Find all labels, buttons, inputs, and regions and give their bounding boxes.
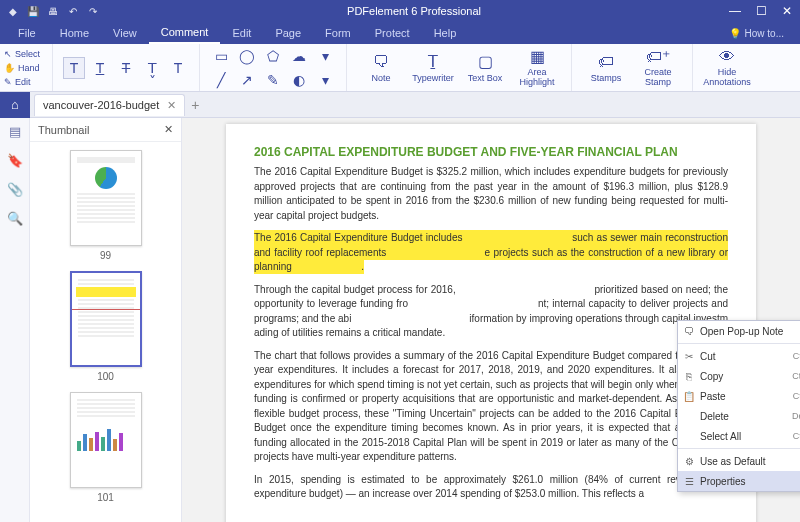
cut-icon: ✂ [682,351,696,362]
close-button[interactable]: ✕ [774,0,800,22]
paragraph: The chart that follows provides a summar… [254,349,728,465]
menu-view[interactable]: View [101,22,149,44]
highlight-text-tool[interactable]: T [63,57,85,79]
menu-page[interactable]: Page [263,22,313,44]
text-markup-group: T T T T̬ T [52,44,199,91]
typewriter-button[interactable]: ṮTypewriter [407,46,459,90]
arrow-tool[interactable]: ↗ [236,69,258,91]
ctx-select-all[interactable]: Select AllCtrl+A [678,426,800,446]
tab-close-button[interactable]: ✕ [167,99,176,112]
paste-icon: 📋 [682,391,696,402]
rectangle-tool[interactable]: ▭ [210,45,232,67]
menu-home[interactable]: Home [48,22,101,44]
add-tab-button[interactable]: + [191,97,199,113]
squiggly-tool[interactable]: T [167,57,189,79]
textbox-button[interactable]: ▢Text Box [459,46,511,90]
stamps-group: 🏷Stamps 🏷⁺Create Stamp [571,44,692,91]
app-title: PDFelement 6 Professional [106,5,722,17]
bar-chart-icon [77,427,135,451]
menu-form[interactable]: Form [313,22,363,44]
thumb-label: 99 [100,250,111,261]
edit-label: Edit [15,77,31,87]
bookmarks-rail-button[interactable]: 🔖 [7,153,23,168]
menu-help[interactable]: Help [422,22,469,44]
document-tab[interactable]: vancouver-2016-budget ✕ [34,94,185,116]
ctx-label: Open Pop-up Note [700,326,783,337]
select-label: Select [15,49,40,59]
home-tab[interactable]: ⌂ [0,92,30,118]
select-tool[interactable]: ↖Select [4,47,48,61]
stamps-label: Stamps [591,73,622,83]
pencil-tool[interactable]: ✎ [262,69,284,91]
edit-tool[interactable]: ✎Edit [4,75,48,89]
paragraph: Through the capital budget process for 2… [254,283,728,341]
shapes-dropdown[interactable]: ▾ [314,69,336,91]
ctx-cut[interactable]: ✂CutCtrl+X [678,346,800,366]
typewriter-icon: Ṯ [428,52,438,71]
maximize-button[interactable]: ☐ [748,0,774,22]
cloud-tool[interactable]: ☁ [288,45,310,67]
strikethrough-tool[interactable]: T [115,57,137,79]
thumbnail-page-99[interactable]: 99 [70,150,142,261]
create-stamp-icon: 🏷⁺ [646,47,670,66]
thumbnail-close-button[interactable]: ✕ [164,123,173,136]
how-to-label: How to... [745,28,784,39]
print-icon[interactable]: 🖶 [46,4,60,18]
oval-tool[interactable]: ◯ [236,45,258,67]
properties-icon: ☰ [682,476,696,487]
polygon-tool[interactable]: ⬠ [262,45,284,67]
menu-comment[interactable]: Comment [149,22,221,44]
thumbnail-panel: Thumbnail ✕ 99 100 101 [30,118,182,522]
annotate-group: 🗨Note ṮTypewriter ▢Text Box ▦Area Highli… [346,44,571,91]
hand-label: Hand [18,63,40,73]
create-stamp-button[interactable]: 🏷⁺Create Stamp [632,46,684,90]
how-to-link[interactable]: 💡 How to... [729,28,794,39]
arrow-dropdown[interactable]: ▾ [314,45,336,67]
line-tool[interactable]: ╱ [210,69,232,91]
undo-icon[interactable]: ↶ [66,4,80,18]
menu-protect[interactable]: Protect [363,22,422,44]
highlighted-paragraph[interactable]: The 2016 Capital Expenditure Budget incl… [254,231,728,275]
eraser-tool[interactable]: ◐ [288,69,310,91]
ctx-use-as-default[interactable]: ⚙Use as Default [678,451,800,471]
textbox-icon: ▢ [478,52,493,71]
ctx-properties[interactable]: ☰Properties [678,471,800,491]
menu-file[interactable]: File [6,22,48,44]
ctx-label: Select All [700,431,741,442]
cursor-icon: ↖ [4,49,12,59]
shapes-group: ▭ ◯ ⬠ ☁ ▾ ╱ ↗ ✎ ◐ ▾ [199,44,346,91]
ctx-shortcut: Ctrl+V [793,391,800,401]
minimize-button[interactable]: — [722,0,748,22]
thumbnail-page-100[interactable]: 100 [70,271,142,382]
gear-icon: ⚙ [682,456,696,467]
page-heading: 2016 CAPITAL EXPENDITURE BUDGET AND FIVE… [254,144,728,161]
thumbnail-page-101[interactable]: 101 [70,392,142,503]
note-icon: 🗨 [682,326,696,337]
textbox-label: Text Box [468,73,503,83]
thumbnail-list[interactable]: 99 100 101 [30,142,181,522]
menu-edit[interactable]: Edit [220,22,263,44]
note-button[interactable]: 🗨Note [355,46,407,90]
ctx-delete[interactable]: DeleteDelete [678,406,800,426]
stamp-icon: 🏷 [598,53,614,71]
redo-icon[interactable]: ↷ [86,4,100,18]
ctx-copy[interactable]: ⎘CopyCtrl+C [678,366,800,386]
document-viewport[interactable]: 2016 CAPITAL EXPENDITURE BUDGET AND FIVE… [182,118,800,522]
area-label: Area Highlight [511,68,563,88]
area-icon: ▦ [530,47,545,66]
attachments-rail-button[interactable]: 📎 [7,182,23,197]
ctx-paste[interactable]: 📋PasteCtrl+V [678,386,800,406]
save-icon[interactable]: 💾 [26,4,40,18]
area-highlight-button[interactable]: ▦Area Highlight [511,46,563,90]
stamps-button[interactable]: 🏷Stamps [580,46,632,90]
separator [678,448,800,449]
hide-annotations-button[interactable]: 👁Hide Annotations [701,46,753,90]
thumbnails-rail-button[interactable]: ▤ [9,124,21,139]
search-rail-button[interactable]: 🔍 [7,211,23,226]
underline-tool[interactable]: T [89,57,111,79]
hand-tool[interactable]: ✋Hand [4,61,48,75]
caret-tool[interactable]: T̬ [141,57,163,79]
ctx-label: Paste [700,391,726,402]
ctx-label: Properties [700,476,746,487]
ctx-open-popup-note[interactable]: 🗨Open Pop-up Note [678,321,800,341]
